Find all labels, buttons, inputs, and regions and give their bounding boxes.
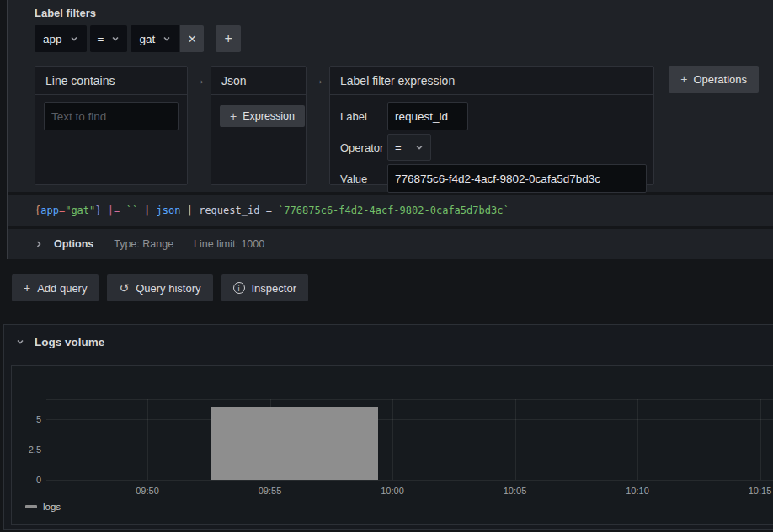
- logs-volume-header[interactable]: Logs volume: [4, 325, 773, 359]
- options-line-limit: Line limit: 1000: [194, 238, 264, 250]
- options-label: Options: [54, 238, 93, 250]
- value-field-label: Value: [340, 173, 387, 185]
- operation-title: Json: [221, 74, 247, 88]
- close-icon: ✕: [188, 33, 197, 45]
- query-builder-section: Label filters app = gat: [8, 0, 773, 192]
- legend-swatch: [25, 505, 37, 508]
- value-field-input[interactable]: [387, 164, 647, 193]
- x-tick-label: 10:05: [495, 486, 536, 496]
- x-tick-label: 09:50: [127, 486, 168, 496]
- label-filters-title: Label filters: [35, 7, 96, 19]
- arrow-right-icon: →: [312, 66, 324, 94]
- line-contains-input[interactable]: [44, 102, 179, 130]
- chevron-down-icon: [16, 338, 24, 346]
- chevron-down-icon: [111, 35, 120, 43]
- operation-title: Label filter expression: [340, 74, 455, 88]
- query-history-button[interactable]: ↺ Query history: [107, 274, 212, 301]
- operator-field-select[interactable]: =: [387, 134, 431, 161]
- operation-header[interactable]: Json: [211, 66, 306, 95]
- legend-label: logs: [43, 502, 61, 512]
- filter-label-select[interactable]: app: [35, 25, 87, 52]
- chevron-down-icon: [70, 35, 78, 43]
- y-tick-label: 0: [16, 475, 41, 485]
- logs-volume-title: Logs volume: [35, 336, 104, 348]
- plus-icon: +: [230, 109, 237, 123]
- arrow-right-icon: →: [193, 66, 205, 94]
- query-editor: Label filters app = gat: [7, 0, 773, 259]
- operation-line-contains: Line contains: [35, 66, 188, 185]
- secondary-actions-toolbar: + Add query ↺ Query history i Inspector: [12, 274, 308, 301]
- plus-icon: +: [225, 31, 232, 46]
- add-filter-button[interactable]: +: [216, 25, 241, 52]
- operator-field-label: Operator: [340, 141, 387, 154]
- history-icon: ↺: [119, 281, 129, 295]
- plus-icon: +: [24, 281, 30, 295]
- gridline: [46, 480, 773, 481]
- add-query-button[interactable]: + Add query: [12, 274, 99, 301]
- chart-plot-area[interactable]: [46, 399, 773, 480]
- filter-value-value: gat: [139, 33, 155, 45]
- chevron-down-icon: [163, 35, 171, 43]
- filter-value-select[interactable]: gat: [131, 25, 179, 52]
- filter-operator-select[interactable]: =: [90, 25, 128, 52]
- operation-header[interactable]: Label filter expression: [330, 66, 653, 95]
- label-field-input[interactable]: [387, 102, 468, 130]
- legend-item-logs[interactable]: logs: [25, 502, 61, 512]
- raw-query-preview-section: {app="gat"} |= `` | json | request_id = …: [8, 195, 773, 226]
- x-tick-label: 09:55: [250, 486, 291, 496]
- y-tick-label: 2.5: [16, 444, 41, 455]
- options-toggle[interactable]: Options: [35, 238, 93, 250]
- x-tick-label: 10:15: [740, 486, 773, 496]
- query-options-section: Options Type: Range Line limit: 1000: [8, 229, 773, 259]
- logs-volume-chart: logs 02.5509:5009:5510:0010:0510:1010:15: [11, 365, 773, 525]
- x-tick-label: 10:00: [372, 486, 413, 496]
- x-tick-label: 10:10: [617, 486, 658, 496]
- y-tick-label: 5: [16, 414, 41, 424]
- filter-operator-value: =: [98, 33, 104, 45]
- inspector-button[interactable]: i Inspector: [221, 274, 308, 301]
- add-operations-button[interactable]: + Operations: [669, 66, 759, 93]
- add-expression-button[interactable]: + Expression: [220, 105, 305, 127]
- operation-header[interactable]: Line contains: [35, 66, 187, 95]
- grafana-explore-screen: Label filters app = gat: [0, 0, 773, 532]
- options-type: Type: Range: [114, 238, 173, 250]
- remove-filter-button[interactable]: ✕: [180, 25, 204, 52]
- raw-query: {app="gat"} |= `` | json | request_id = …: [35, 205, 509, 216]
- logs-volume-panel: Logs volume logs 02.5509:5009:5510:0010:…: [3, 324, 773, 530]
- operation-label-filter-expression: Label filter expression Label Operator =…: [329, 66, 654, 185]
- info-circle-icon: i: [233, 282, 245, 294]
- label-field-label: Label: [340, 110, 387, 123]
- plus-icon: +: [680, 72, 687, 86]
- operation-json: Json + Expression: [211, 66, 307, 185]
- chevron-down-icon: [415, 143, 424, 152]
- label-filters-row: app = gat ✕ +: [35, 25, 241, 52]
- angle-right-icon: [35, 240, 43, 248]
- operations-pipeline: Line contains → Json + Expression: [35, 66, 654, 185]
- operation-title: Line contains: [45, 74, 115, 88]
- filter-label-value: app: [43, 33, 62, 45]
